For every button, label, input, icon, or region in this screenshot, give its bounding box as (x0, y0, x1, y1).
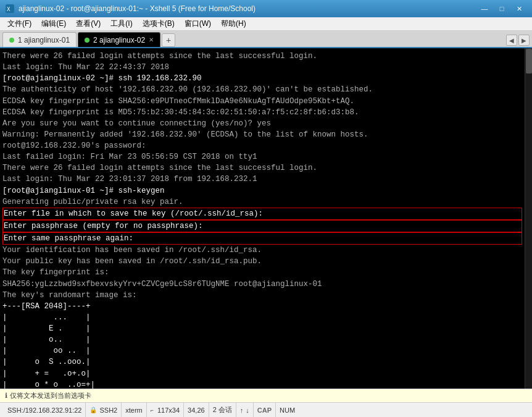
sessions-label: 2 会话 (213, 405, 232, 415)
cap-label: CAP (257, 406, 272, 414)
window-title: ajianglinux-02 - root@ajianglinux-01:~ -… (19, 4, 476, 13)
tab-prev-button[interactable]: ◀ (506, 35, 517, 46)
window-controls: — □ ✕ (476, 2, 527, 15)
size-icon: ⌐ (151, 407, 154, 413)
menu-tools[interactable]: 工具(I) (106, 17, 137, 30)
message-text: 仅将文本发送到当前选项卡 (10, 391, 91, 400)
size-label: 117x34 (157, 406, 180, 414)
arrow-down-icon (246, 406, 249, 414)
message-icon: ℹ (5, 392, 7, 400)
maximize-button[interactable]: □ (494, 2, 510, 15)
lock-icon (89, 406, 97, 413)
title-bar: X ajianglinux-02 - root@ajianglinux-01:~… (0, 0, 532, 17)
scrollbar-thumb[interactable] (526, 49, 532, 74)
terminal-output[interactable]: There were 26 failed login attempts sinc… (0, 48, 525, 389)
menu-window[interactable]: 窗口(W) (180, 17, 216, 30)
status-connection: SSH:/192.168.232.91:22 (4, 403, 86, 417)
tab-1-dot (9, 38, 14, 43)
message-bar: ℹ 仅将文本发送到当前选项卡 (0, 389, 532, 402)
tab-bar: 1 ajianglinux-01 2 ajianglinux-02 ✕ + ◀ … (0, 31, 532, 48)
status-size: ⌐ 117x34 (147, 403, 184, 417)
tab-navigation: ◀ ▶ (506, 35, 530, 46)
menu-help[interactable]: 帮助(H) (216, 17, 251, 30)
num-label: NUM (280, 406, 295, 414)
app-icon: X (5, 4, 15, 14)
connection-label: SSH:/192.168.232.91:22 (7, 406, 81, 414)
tab-1[interactable]: 1 ajianglinux-01 (2, 32, 77, 47)
menu-edit[interactable]: 编辑(E) (36, 17, 71, 30)
menu-bar: 文件(F) 编辑(E) 查看(V) 工具(I) 选项卡(B) 窗口(W) 帮助(… (0, 17, 532, 31)
svg-text:X: X (7, 6, 10, 12)
close-button[interactable]: ✕ (511, 2, 527, 15)
status-protocol: SSH2 (86, 403, 122, 417)
tab-2[interactable]: 2 ajianglinux-02 ✕ (78, 32, 160, 47)
status-cursor: 34,26 (184, 403, 209, 417)
tab-1-label: 1 ajianglinux-01 (18, 36, 70, 44)
arrow-up-icon (240, 406, 244, 414)
tab-2-close[interactable]: ✕ (149, 36, 154, 43)
scrollbar[interactable] (525, 48, 532, 389)
menu-tabs[interactable]: 选项卡(B) (138, 17, 180, 30)
status-terminal: xterm (122, 403, 147, 417)
status-bar: SSH:/192.168.232.91:22 SSH2 xterm ⌐ 117x… (0, 402, 532, 417)
status-sessions: 2 会话 (209, 403, 236, 417)
status-num: NUM (276, 403, 299, 417)
tab-add-button[interactable]: + (162, 33, 175, 47)
status-arrows (236, 403, 254, 417)
menu-file[interactable]: 文件(F) (2, 17, 36, 30)
terminal-container[interactable]: There were 26 failed login attempts sinc… (0, 48, 532, 389)
tab-2-label: 2 ajianglinux-02 (93, 36, 145, 44)
tab-2-dot (85, 38, 89, 43)
menu-view[interactable]: 查看(V) (71, 17, 106, 30)
minimize-button[interactable]: — (476, 2, 493, 15)
cursor-label: 34,26 (188, 406, 205, 414)
status-cap: CAP (254, 403, 276, 417)
protocol-label: SSH2 (99, 406, 117, 414)
terminal-label: xterm (125, 406, 143, 414)
tab-next-button[interactable]: ▶ (518, 35, 530, 46)
